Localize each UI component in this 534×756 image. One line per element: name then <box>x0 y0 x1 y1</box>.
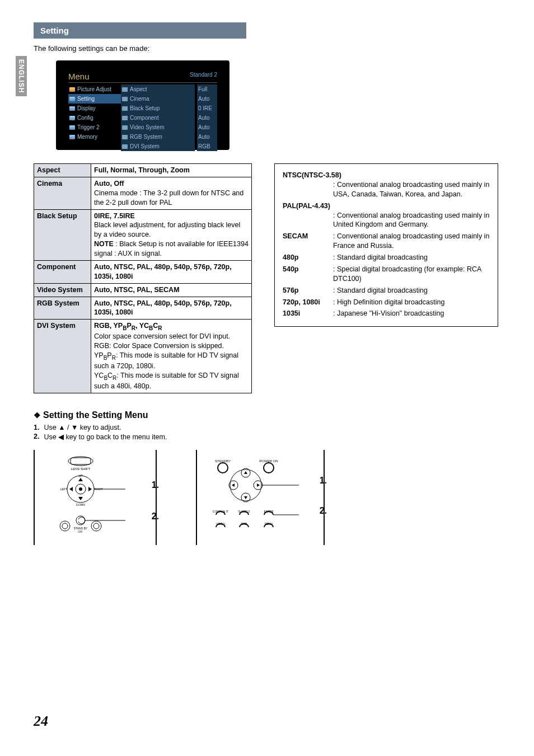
setting-value-cell: 0IRE, 7.5IREBlack level adjustment, for … <box>91 209 252 260</box>
diamond-bullet-icon: ❖ <box>34 411 41 420</box>
osd-left-item: Picture Adjust <box>68 84 121 94</box>
format-desc: : Special digital broadcasting (for exam… <box>333 265 490 284</box>
setting-name-cell: Component <box>34 260 91 283</box>
osd-setting-value: RGB <box>197 142 217 151</box>
callout-1: 1. <box>320 476 327 486</box>
format-desc: : High Definition digital broadcasting <box>333 298 490 307</box>
subsection-heading: ❖Setting the Setting Menu <box>34 410 500 420</box>
osd-left-item: Trigger 2 <box>68 123 121 132</box>
pal-title: PAL(PAL-4.43) <box>283 201 490 211</box>
osd-item-icon <box>122 97 128 101</box>
osd-item-icon <box>69 135 75 139</box>
format-desc: : Conventional analog broadcasting used … <box>333 232 490 251</box>
callout-1: 1. <box>152 480 159 490</box>
setting-name-cell: Cinema <box>34 177 91 209</box>
setting-value-cell: Auto, OffCinema mode : The 3-2 pull down… <box>91 177 252 209</box>
osd-item-icon <box>122 87 128 92</box>
osd-setting-value: Auto <box>197 94 217 104</box>
svg-point-14 <box>91 521 101 531</box>
language-tab: ENGLISH <box>16 56 27 96</box>
format-desc: : Standard digital broadcasting <box>333 253 490 262</box>
svg-point-21 <box>218 463 228 473</box>
svg-point-5 <box>79 487 82 491</box>
broadcast-formats-box: NTSC(NTSC-3.58) : Conventional analog br… <box>274 163 498 327</box>
svg-text:LENS SHIFT: LENS SHIFT <box>71 467 91 471</box>
remote-controls-diagram: STANDBY POWER ON COMPON IT S-VIDEO ENTER… <box>196 450 325 545</box>
step-number: 2. <box>34 433 39 441</box>
setting-name-cell: Black Setup <box>34 209 91 260</box>
intro-text: The following settings can be made: <box>34 44 500 53</box>
osd-left-item: Config <box>68 113 121 123</box>
settings-table: AspectFull, Normal, Through, ZoomCinemaA… <box>34 163 252 393</box>
setting-name-cell: Video System <box>34 283 91 297</box>
osd-item-icon <box>122 116 128 120</box>
svg-point-12 <box>62 523 68 529</box>
osd-setting-item: Video System <box>121 123 195 132</box>
format-label: 720p, 1080i <box>283 298 333 307</box>
step-1-text: Use ▲ / ▼ key to adjust. <box>44 424 121 431</box>
osd-setting-item: Aspect <box>121 84 195 94</box>
osd-item-icon <box>122 106 128 111</box>
osd-left-item: Setting <box>68 94 121 104</box>
page-number: 24 <box>34 713 500 730</box>
osd-item-icon <box>69 106 75 111</box>
setting-name-cell: DVI System <box>34 320 91 393</box>
setting-value-cell: RGB, YPBPR, YCBCRColor space conversion … <box>91 320 252 393</box>
svg-point-15 <box>93 523 99 529</box>
osd-setting-value: Auto <box>197 123 217 132</box>
osd-left-item: Memory <box>68 132 121 142</box>
svg-text:UP: UP <box>79 474 83 477</box>
format-label: 540p <box>283 265 333 284</box>
svg-point-22 <box>264 463 274 473</box>
osd-setting-value: 0 IRE <box>197 104 217 113</box>
callout-2: 2. <box>320 506 327 516</box>
osd-item-icon <box>69 87 75 92</box>
step-number: 1. <box>34 424 39 431</box>
osd-setting-value: Auto <box>197 113 217 123</box>
osd-item-icon <box>122 125 128 130</box>
svg-text:ON: ON <box>78 530 82 533</box>
osd-setting-value: Auto <box>197 132 217 142</box>
setting-name-cell: Aspect <box>34 164 91 177</box>
osd-setting-item: Cinema <box>121 94 195 104</box>
setting-value-cell: Auto, NTSC, PAL, 480p, 540p, 576p, 720p,… <box>91 297 252 320</box>
osd-setting-value: Full <box>197 84 217 94</box>
osd-item-icon <box>69 125 75 130</box>
osd-item-icon <box>122 135 128 139</box>
setting-name-cell: RGB System <box>34 297 91 320</box>
osd-item-icon <box>69 116 75 120</box>
setting-value-cell: Full, Normal, Through, Zoom <box>91 164 252 177</box>
ntsc-desc: : Conventional analog broadcasting used … <box>333 180 490 199</box>
svg-text:LEFT: LEFT <box>60 487 67 491</box>
format-label: SECAM <box>283 232 333 251</box>
format-label: 1035i <box>283 309 333 318</box>
format-desc: : Standard digital broadcasting <box>333 286 490 295</box>
section-header-bar: Setting <box>34 22 246 39</box>
format-desc: : Japanese "Hi-Vision" broadcasting <box>333 309 490 318</box>
format-label: 480p <box>283 253 333 262</box>
callout-2: 2. <box>152 511 159 522</box>
osd-menu-screenshot: Menu Standard 2 Picture AdjustSettingDis… <box>56 60 229 150</box>
format-label: 576p <box>283 286 333 295</box>
osd-setting-item: DVI System <box>121 142 195 151</box>
osd-setting-item: Component <box>121 113 195 123</box>
osd-setting-item: RGB System <box>121 132 195 142</box>
projector-svg: LENS SHIFT UP LEFT RIGHT DOWN STAND BY O… <box>41 454 131 544</box>
osd-title: Menu <box>68 72 90 81</box>
svg-text:DOWN: DOWN <box>76 503 85 506</box>
projector-controls-diagram: LENS SHIFT UP LEFT RIGHT DOWN STAND BY O… <box>34 450 157 545</box>
osd-setting-item: Black Setup <box>121 104 195 113</box>
pal-desc: : Conventional analog broadcasting used … <box>333 211 490 230</box>
osd-left-item: Display <box>68 104 121 113</box>
ntsc-title: NTSC(NTSC-3.58) <box>283 171 490 180</box>
svg-point-23 <box>230 469 261 501</box>
svg-point-11 <box>60 521 70 531</box>
osd-mode: Standard 2 <box>190 72 217 81</box>
osd-item-icon <box>69 97 75 101</box>
setting-value-cell: Auto, NTSC, PAL, SECAM <box>91 283 252 297</box>
svg-rect-1 <box>71 458 91 464</box>
osd-item-icon <box>122 144 128 149</box>
setting-value-cell: Auto, NTSC, PAL, 480p, 540p, 576p, 720p,… <box>91 260 252 283</box>
remote-svg: STANDBY POWER ON COMPON IT S-VIDEO ENTER… <box>204 454 305 544</box>
step-2-text: Use ◀ key to go back to the menu item. <box>44 433 167 441</box>
